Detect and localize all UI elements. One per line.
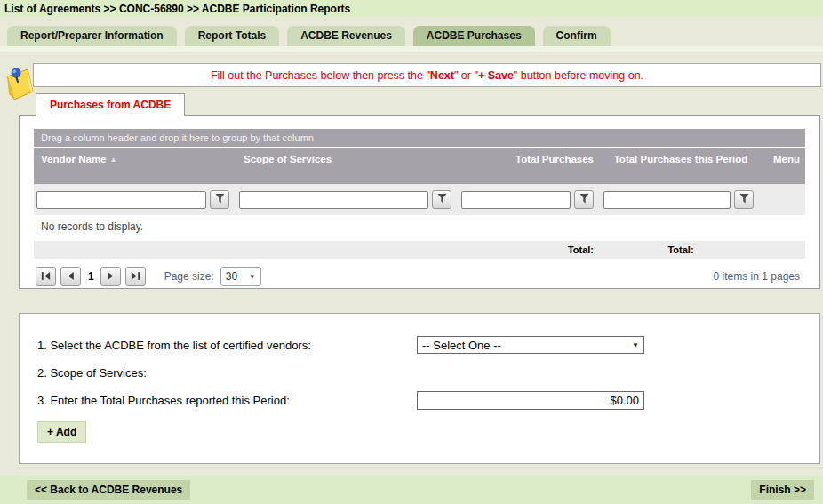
grid-header-row: Vendor Name▲ Scope of Services Total Pur…: [34, 148, 805, 184]
instruction-text-2: " or ": [454, 69, 478, 82]
finish-button[interactable]: Finish >>: [751, 480, 814, 500]
filter-cell-vendor: [34, 190, 236, 209]
last-page-button[interactable]: [125, 267, 146, 286]
column-header-scope-of-services[interactable]: Scope of Services: [236, 148, 459, 184]
funnel-icon: [437, 193, 447, 206]
previous-page-icon: [66, 270, 76, 284]
page-size-label: Page size:: [164, 270, 214, 283]
sort-asc-icon: ▲: [110, 156, 117, 164]
acdbe-vendor-select[interactable]: -- Select One -- ▼: [417, 336, 644, 354]
last-page-icon: [131, 270, 140, 284]
page-content: Fill out the Purchases below then press …: [0, 63, 823, 464]
funnel-icon: [739, 193, 749, 206]
next-page-button[interactable]: [100, 267, 121, 286]
scope-of-services-label: 2. Scope of Services:: [37, 366, 417, 380]
purchases-grid: Drag a column header and drop it here to…: [34, 129, 805, 286]
tab-report-preparer-information[interactable]: Report/Preparer Information: [7, 26, 177, 46]
main-tabbar: Report/Preparer Information Report Total…: [0, 17, 823, 46]
footer-navigation-bar: << Back to ACDBE Revenues Finish >>: [0, 476, 823, 504]
pager-items-summary: 0 items in 1 pages: [714, 270, 802, 283]
tab-confirm[interactable]: Confirm: [543, 26, 611, 46]
column-header-vendor-name-label: Vendor Name: [41, 154, 107, 164]
acdbe-vendor-select-value: -- Select One --: [422, 339, 501, 352]
tab-purchases-from-acdbe[interactable]: Purchases from ACDBE: [36, 93, 185, 116]
chevron-down-icon: ▼: [249, 273, 256, 281]
column-header-total-purchases[interactable]: Total Purchases: [459, 148, 601, 184]
form-row-select-acdbe: 1. Select the ACDBE from the list of cer…: [37, 333, 819, 356]
filter-cell-total-purchases-this-period: [601, 190, 761, 209]
grid-pager: 1 Page size: 30 ▼ 0 items in 1 pages: [34, 259, 805, 286]
instruction-banner: Fill out the Purchases below then press …: [33, 63, 821, 87]
previous-page-button[interactable]: [60, 267, 81, 286]
scope-of-services-filter-input[interactable]: [239, 191, 428, 209]
funnel-icon: [579, 193, 589, 206]
column-header-menu[interactable]: Menu: [761, 148, 805, 184]
form-row-add: + Add: [37, 421, 819, 443]
total-purchases-total-label: Total:: [459, 244, 601, 256]
purchases-grid-panel: Drag a column header and drop it here to…: [19, 115, 820, 289]
instruction-text-3: " button before moving on.: [514, 69, 643, 82]
next-page-icon: [106, 270, 116, 284]
totals-spacer: [761, 244, 805, 256]
grid-totals-row: Total: Total:: [34, 241, 805, 259]
total-purchases-period-label: 3. Enter the Total Purchases reported th…: [37, 394, 417, 407]
column-header-total-purchases-this-period[interactable]: Total Purchases this Period: [601, 148, 761, 184]
filter-cell-menu: [761, 190, 805, 209]
form-row-total-purchases: 3. Enter the Total Purchases reported th…: [37, 388, 819, 412]
instruction-next-keyword: Next: [430, 69, 454, 82]
funnel-icon: [215, 193, 225, 206]
total-purchases-this-period-filter-input[interactable]: [603, 191, 731, 209]
breadcrumb: List of Agreements >> CONC-56890 >> ACDB…: [0, 0, 823, 17]
instruction-save-keyword: + Save: [478, 69, 514, 82]
totals-spacer: [34, 244, 236, 256]
instruction-text-1: Fill out the Purchases below then press …: [211, 69, 430, 82]
filter-cell-scope: [236, 190, 459, 209]
tab-report-totals[interactable]: Report Totals: [185, 26, 279, 46]
page-size-value: 30: [226, 270, 237, 283]
totals-spacer: [236, 244, 459, 256]
grid-group-drop-zone: Drag a column header and drop it here to…: [34, 129, 805, 147]
sticky-note-icon: [3, 64, 36, 106]
page-size-select[interactable]: 30 ▼: [220, 267, 261, 286]
back-to-acdbe-revenues-button[interactable]: << Back to ACDBE Revenues: [27, 480, 190, 500]
add-purchase-form-panel: 1. Select the ACDBE from the list of cer…: [19, 313, 820, 464]
tab-strip-divider: [0, 46, 823, 52]
form-row-scope-of-services: 2. Scope of Services:: [37, 361, 819, 384]
tab-acdbe-revenues[interactable]: ACDBE Revenues: [287, 26, 405, 46]
total-purchases-amount-input[interactable]: [417, 391, 644, 410]
current-page-number: 1: [88, 270, 94, 283]
total-purchases-filter-button[interactable]: [574, 190, 594, 209]
vendor-name-filter-button[interactable]: [210, 190, 229, 209]
scope-of-services-filter-button[interactable]: [432, 190, 451, 209]
add-button[interactable]: + Add: [37, 421, 86, 443]
first-page-icon: [41, 270, 51, 284]
tab-acdbe-purchases[interactable]: ACDBE Purchases: [413, 26, 535, 46]
filter-cell-total-purchases: [459, 190, 601, 209]
select-acdbe-label: 1. Select the ACDBE from the list of cer…: [37, 339, 417, 352]
total-purchases-this-period-filter-button[interactable]: [734, 190, 754, 209]
first-page-button[interactable]: [36, 267, 56, 286]
vendor-name-filter-input[interactable]: [36, 191, 206, 209]
breadcrumb-text: List of Agreements >> CONC-56890 >> ACDB…: [4, 3, 350, 15]
column-header-vendor-name[interactable]: Vendor Name▲: [34, 148, 236, 184]
grid-empty-message: No records to display.: [34, 215, 805, 239]
chevron-down-icon: ▼: [632, 341, 639, 349]
grid-filter-row: [34, 184, 805, 215]
total-purchases-filter-input[interactable]: [461, 191, 571, 209]
total-purchases-period-total-label: Total:: [601, 244, 761, 256]
